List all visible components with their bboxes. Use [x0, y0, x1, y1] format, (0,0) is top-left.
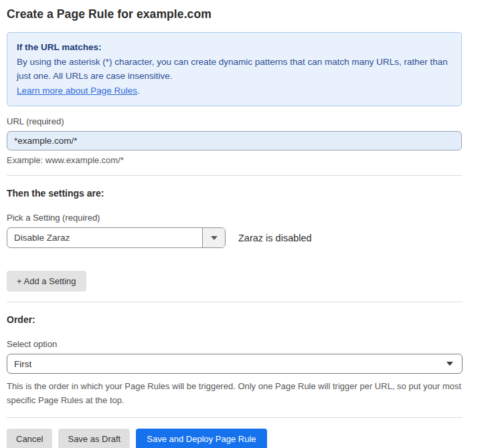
pick-setting-label: Pick a Setting (required) [7, 213, 495, 223]
order-help-text: This is the order in which your Page Rul… [7, 379, 470, 407]
url-input[interactable] [7, 131, 462, 150]
chevron-down-icon [211, 236, 218, 240]
order-dropdown[interactable]: First [7, 354, 463, 374]
save-and-deploy-button[interactable]: Save and Deploy Page Rule [136, 429, 266, 448]
setting-status-text: Zaraz is disabled [238, 233, 312, 243]
url-match-info-callout: If the URL matches: By using the asteris… [7, 32, 462, 106]
setting-dropdown-value: Disable Zaraz [7, 228, 202, 247]
url-field-label: URL (required) [7, 116, 495, 126]
learn-more-page-rules-link[interactable]: Learn more about Page Rules [17, 86, 137, 96]
order-select-label: Select option [7, 339, 495, 349]
setting-dropdown-arrow-button[interactable] [202, 228, 225, 247]
link-period: . [137, 86, 140, 96]
chevron-down-icon [446, 362, 453, 366]
order-section-heading: Order: [7, 314, 495, 325]
setting-row: Disable Zaraz Zaraz is disabled [7, 227, 495, 248]
info-callout-link-line: Learn more about Page Rules. [17, 84, 452, 98]
divider [7, 302, 463, 302]
form-actions: Cancel Save as Draft Save and Deploy Pag… [7, 429, 495, 448]
divider [7, 175, 463, 176]
divider [7, 417, 463, 418]
cancel-button[interactable]: Cancel [7, 429, 52, 448]
order-dropdown-value: First [14, 359, 446, 369]
save-as-draft-button[interactable]: Save as Draft [58, 429, 130, 448]
page-title: Create a Page Rule for example.com [7, 7, 495, 21]
info-callout-heading: If the URL matches: [17, 40, 452, 55]
setting-dropdown[interactable]: Disable Zaraz [7, 227, 226, 248]
settings-section-heading: Then the settings are: [7, 188, 495, 199]
info-callout-body: By using the asterisk (*) character, you… [17, 55, 452, 84]
page-rule-form: Create a Page Rule for example.com If th… [0, 0, 502, 448]
add-setting-button[interactable]: + Add a Setting [7, 271, 86, 292]
url-example-text: Example: www.example.com/* [7, 155, 495, 165]
